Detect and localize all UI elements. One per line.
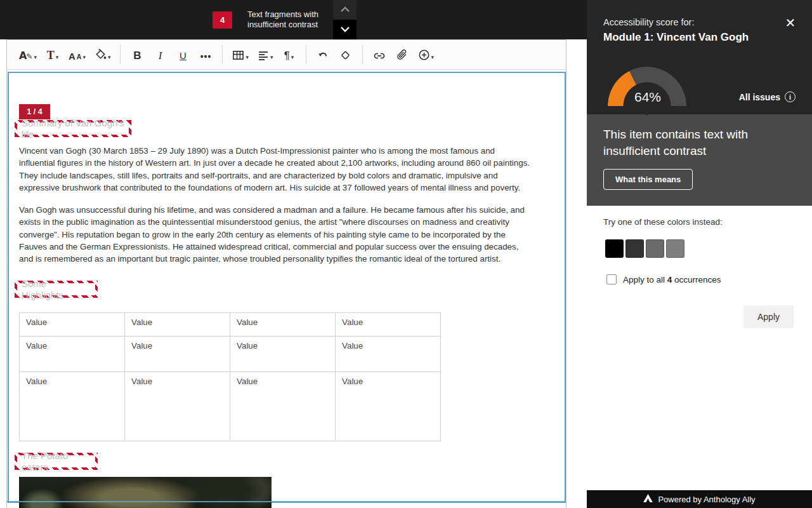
next-issue-button[interactable] <box>333 20 357 39</box>
color-swatch-gray[interactable] <box>646 239 664 258</box>
text-color-button[interactable]: A✎▾ <box>16 44 39 65</box>
previous-issue-button[interactable] <box>333 0 357 20</box>
table-cell[interactable]: Value <box>125 313 230 337</box>
issue-navigation-bar: 4 Text fragments with insufficient contr… <box>0 0 587 39</box>
content-table: Value Value Value Value Value Value Valu… <box>19 312 441 441</box>
insert-button[interactable]: ▾ <box>416 44 437 65</box>
flagged-heading-highlights[interactable]: Some Highlights <box>15 281 98 298</box>
table-cell[interactable]: Value <box>20 372 125 441</box>
underline-icon: U <box>180 51 187 61</box>
flagged-heading-potato-eaters[interactable]: The Potato eaters <box>15 453 98 470</box>
paperclip-icon <box>396 49 408 61</box>
link-icon <box>373 51 386 61</box>
color-swatch-row <box>605 239 684 258</box>
rich-text-editor: A✎▾ T▾ AA▾ ▾ B I U ••• ▾ ▾ ¶▾ <box>6 39 566 508</box>
font-size-button[interactable]: AA▾ <box>66 44 88 65</box>
font-family-button[interactable]: T▾ <box>43 44 62 65</box>
color-swatch-light-gray[interactable] <box>666 239 684 258</box>
apply-all-row: Apply to all 4 occurrences <box>606 274 721 284</box>
accessibility-panel: Accessibility score for: Module 1: Vince… <box>587 0 812 508</box>
flagged-heading-summary[interactable]: Summary of Van Gogh's life <box>15 120 131 137</box>
link-button[interactable] <box>370 44 389 65</box>
undo-icon <box>317 50 329 61</box>
table-cell[interactable]: Value <box>125 337 230 372</box>
align-button[interactable]: ▾ <box>255 44 276 65</box>
anthology-logo <box>643 494 653 504</box>
paragraph-icon: ¶ <box>284 50 290 61</box>
chevron-down-icon: ▾ <box>34 53 37 61</box>
more-icon: ••• <box>200 52 212 61</box>
table-row: Value Value Value Value <box>20 372 441 441</box>
font-size-icon: A <box>69 51 75 61</box>
table-cell[interactable]: Value <box>230 372 336 441</box>
close-icon: ✕ <box>785 15 796 30</box>
panel-title-label: Accessibility score for: <box>603 17 694 27</box>
bold-icon: B <box>133 51 141 61</box>
chevron-down-icon: ▾ <box>431 53 435 61</box>
paragraph-button[interactable]: ¶▾ <box>280 44 299 65</box>
clear-formatting-button[interactable] <box>336 44 355 65</box>
highlight-color-button[interactable]: ▾ <box>92 44 114 65</box>
close-button[interactable]: ✕ <box>782 14 799 32</box>
panel-title: Module 1: Vincent Van Gogh <box>603 31 749 44</box>
score-value: 64% <box>608 90 687 105</box>
align-left-icon <box>258 50 269 61</box>
bold-button[interactable]: B <box>128 44 147 65</box>
italic-button[interactable]: I <box>150 44 169 65</box>
font-family-icon: T <box>47 50 55 61</box>
try-colors-label: Try one of these colors instead: <box>603 217 723 227</box>
editor-toolbar: A✎▾ T▾ AA▾ ▾ B I U ••• ▾ ▾ ¶▾ <box>7 40 566 70</box>
font-size-icon-small: A <box>77 53 82 61</box>
panel-footer: Powered by Anthology Ally <box>587 490 812 508</box>
table-cell[interactable]: Value <box>336 313 441 337</box>
editor-content-area[interactable]: 1 / 4 Summary of Van Gogh's life Vincent… <box>8 72 566 503</box>
undo-button[interactable] <box>313 44 332 65</box>
what-this-means-button[interactable]: What this means <box>603 169 693 190</box>
table-cell[interactable]: Value <box>336 372 441 441</box>
chevron-down-icon <box>340 25 350 34</box>
table-cell[interactable]: Value <box>336 337 441 372</box>
chevron-down-icon: ▾ <box>291 53 294 61</box>
paint-bucket-icon <box>95 49 107 61</box>
issue-label: Text fragments with insufficient contras… <box>247 10 318 30</box>
paragraph-van-gogh-legacy[interactable]: Van Gogh was unsuccessful during his lif… <box>19 204 533 265</box>
apply-all-checkbox[interactable] <box>606 274 617 284</box>
table-icon <box>232 50 244 61</box>
table-cell[interactable]: Value <box>230 313 336 337</box>
chevron-down-icon: ▾ <box>108 53 111 61</box>
toolbar-divider <box>306 45 306 64</box>
all-issues-link[interactable]: All issues i <box>739 91 796 102</box>
attach-file-button[interactable] <box>393 44 412 65</box>
table-button[interactable]: ▾ <box>230 44 251 65</box>
issue-heading: This item contains text with insufficien… <box>603 126 784 159</box>
chevron-up-icon <box>340 5 350 15</box>
panel-header: Accessibility score for: Module 1: Vince… <box>587 0 812 114</box>
chevron-down-icon: ▾ <box>270 53 273 61</box>
table-cell[interactable]: Value <box>20 313 125 337</box>
color-swatch-black[interactable] <box>605 239 624 258</box>
powered-by-label: Powered by Anthology Ally <box>658 495 755 504</box>
toolbar-divider <box>222 45 223 64</box>
eraser-icon <box>339 50 351 61</box>
toolbar-divider <box>362 45 363 64</box>
gauge-pointer-notch <box>636 105 657 116</box>
table-cell[interactable]: Value <box>230 337 336 372</box>
content-area-bottom-border <box>7 501 565 502</box>
table-cell[interactable]: Value <box>125 372 230 441</box>
apply-all-label: Apply to all 4 occurrences <box>623 275 721 284</box>
toolbar-divider <box>120 45 121 64</box>
more-options-button[interactable]: ••• <box>196 44 215 65</box>
apply-button[interactable]: Apply <box>743 305 794 328</box>
info-icon: i <box>785 91 796 102</box>
table-row: Value Value Value Value <box>20 313 441 337</box>
chevron-down-icon: ▾ <box>56 53 59 61</box>
plus-circle-icon <box>418 49 430 61</box>
potato-eaters-image[interactable] <box>19 477 272 508</box>
issue-message-section: This item contains text with insufficien… <box>587 114 812 206</box>
table-row: Value Value Value Value <box>20 337 441 372</box>
underline-button[interactable]: U <box>173 44 192 65</box>
color-swatch-dark-gray[interactable] <box>625 239 644 258</box>
table-cell[interactable]: Value <box>20 337 125 372</box>
paragraph-van-gogh-life[interactable]: Vincent van Gogh (30 March 1853 – 29 Jul… <box>19 145 533 194</box>
pencil-icon: ✎ <box>26 52 32 61</box>
